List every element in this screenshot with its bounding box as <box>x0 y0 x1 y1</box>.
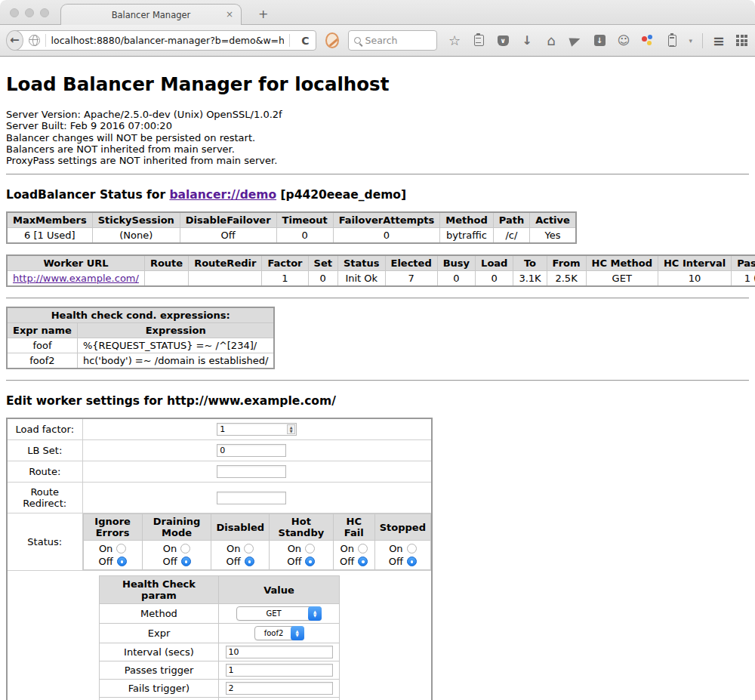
minimize-window-button[interactable] <box>25 8 34 17</box>
status-header-row: Ignore Errors Draining Mode Disabled Hot… <box>83 514 431 541</box>
lb-set-label: LB Set: <box>7 440 82 461</box>
worker-status-table: Worker URL Route RouteRedir Factor Set S… <box>6 254 755 287</box>
expr-select[interactable]: foof2▲▼ <box>254 626 304 640</box>
proxypass-note-line: ProxyPass settings are NOT inherited fro… <box>6 155 749 166</box>
url-bar[interactable]: localhost:8880/balancer-manager?b=demo&w… <box>13 30 316 51</box>
url-text[interactable]: localhost:8880/balancer-manager?b=demo&w… <box>51 35 285 46</box>
search-icon <box>354 37 361 44</box>
divider <box>289 34 290 47</box>
edit-worker-form: Load factor: ▲▼ LB Set: Route: <box>6 418 433 700</box>
overflow-caret-icon[interactable]: ▾ <box>689 37 693 45</box>
stopped-off-radio[interactable] <box>407 557 417 566</box>
downloads-icon[interactable]: ↓ <box>520 33 535 48</box>
status-col-draining-mode: On Off <box>142 541 211 570</box>
stopped-on-radio[interactable] <box>407 544 417 554</box>
bookmark-star-icon[interactable]: ☆ <box>448 33 462 48</box>
interval-input[interactable] <box>226 646 333 658</box>
server-built-line: Server Built: Feb 9 2016 07:00:20 <box>6 120 749 131</box>
hot-standby-on-radio[interactable] <box>305 544 315 554</box>
colors-extension-icon[interactable] <box>641 33 655 48</box>
close-window-button[interactable] <box>10 8 19 17</box>
traffic-lights <box>10 8 49 17</box>
reading-list-icon[interactable] <box>472 33 486 48</box>
table-header-row: Expr name Expression <box>7 323 274 338</box>
lb-set-input[interactable] <box>217 444 286 457</box>
globe-icon <box>29 35 40 46</box>
table-row: http://www.example.com/ 1 0 Init Ok 7 0 … <box>7 271 755 287</box>
divider <box>6 174 749 175</box>
pocket-icon[interactable]: ∨ <box>496 33 510 48</box>
interval-row: Interval (secs) <box>100 643 340 661</box>
ignore-errors-on-radio[interactable] <box>116 544 126 554</box>
navigation-toolbar: ← localhost:8880/balancer-manager?b=demo… <box>0 25 755 57</box>
status-row: Status: Ignore Errors Draining Mode Disa… <box>7 513 432 571</box>
server-version-line: Server Version: Apache/2.5.0-dev (Unix) … <box>6 109 749 120</box>
status-col-ignore-errors: On Off <box>83 541 142 570</box>
hot-standby-off-radio[interactable] <box>305 557 315 566</box>
paper-plane-icon <box>569 35 582 47</box>
clipboard-icon <box>474 35 484 46</box>
route-redirect-input[interactable] <box>217 492 286 504</box>
worker-url-link[interactable]: http://www.example.com/ <box>13 273 139 284</box>
search-input[interactable]: Search <box>348 30 437 51</box>
method-select[interactable]: GET▲▼ <box>236 606 322 621</box>
send-tab-icon[interactable] <box>569 33 583 48</box>
menu-icon[interactable]: ≡ <box>713 32 725 49</box>
ignore-errors-off-radio[interactable] <box>117 557 127 566</box>
passes-label: Passes trigger <box>100 661 219 680</box>
select-chevrons-icon: ▲▼ <box>308 606 322 621</box>
status-options-table: Ignore Errors Draining Mode Disabled Hot… <box>83 513 432 570</box>
divider <box>6 298 749 299</box>
table-header-row: MaxMembers StickySession DisableFailover… <box>7 212 576 228</box>
home-icon[interactable]: ⌂ <box>544 33 559 48</box>
route-row: Route: <box>7 461 432 483</box>
load-factor-row: Load factor: ▲▼ <box>7 418 432 440</box>
new-tab-button[interactable]: + <box>254 7 273 21</box>
tab-balancer-manager[interactable]: Balancer Manager × <box>60 4 242 25</box>
search-placeholder: Search <box>365 35 398 46</box>
battery-extension-icon[interactable] <box>665 33 680 48</box>
toolbar-icons: ☆ ∨ ↓ ⌂ ↓ ☺ ▾ ≡ <box>448 32 749 49</box>
tab-title: Balancer Manager <box>112 10 191 20</box>
route-label: Route: <box>7 461 82 483</box>
table-title-row: Health check cond. expressions: <box>7 307 274 323</box>
tiles-extension-icon[interactable] <box>735 33 749 48</box>
zoom-window-button[interactable] <box>40 8 49 17</box>
reload-icon[interactable]: C <box>295 35 315 47</box>
fails-label: Fails trigger) <box>100 680 219 698</box>
tab-close-icon[interactable]: × <box>226 9 233 20</box>
disabled-on-radio[interactable] <box>244 544 254 554</box>
passes-input[interactable] <box>226 664 333 677</box>
adblock-icon[interactable] <box>325 32 339 48</box>
draining-mode-off-radio[interactable] <box>181 557 191 566</box>
route-redirect-row: Route Redirect: <box>7 483 432 513</box>
forum-smiley-icon[interactable]: ☺ <box>617 33 631 48</box>
back-button[interactable]: ← <box>6 30 23 51</box>
persist-note-line: Balancer changes will NOT be persisted o… <box>6 132 749 143</box>
titlebar: Balancer Manager × + <box>0 0 755 25</box>
status-label: Status: <box>7 513 82 571</box>
interval-label: Interval (secs) <box>100 643 219 661</box>
table-row: foof2 hc('body') =~ /domain is establish… <box>7 353 274 369</box>
edit-worker-heading: Edit worker settings for http://www.exam… <box>6 394 749 408</box>
load-factor-stepper: ▲▼ <box>217 423 297 436</box>
save-to-device-icon[interactable]: ↓ <box>593 33 607 48</box>
divider <box>45 34 46 47</box>
back-arrow-icon: ← <box>10 33 20 47</box>
hc-fail-on-radio[interactable] <box>358 544 368 554</box>
route-input[interactable] <box>217 465 286 478</box>
draining-mode-on-radio[interactable] <box>180 544 190 554</box>
balancer-status-heading: LoadBalancer Status for balancer://demo … <box>6 188 749 202</box>
load-factor-input[interactable] <box>217 423 297 436</box>
divider <box>702 33 703 48</box>
stepper-arrows-icon[interactable]: ▲▼ <box>287 424 295 434</box>
table-row: foof %{REQUEST_STATUS} =~ /^[234]/ <box>7 338 274 353</box>
hc-fail-off-radio[interactable] <box>358 557 368 566</box>
status-col-disabled: On Off <box>211 541 270 570</box>
fails-input[interactable] <box>226 682 333 695</box>
status-radio-row: On Off On Off On Off <box>83 541 431 570</box>
divider <box>6 380 749 381</box>
disabled-off-radio[interactable] <box>245 557 254 566</box>
balancer-demo-link[interactable]: balancer://demo <box>169 188 276 202</box>
page-title: Load Balancer Manager for localhost <box>6 73 749 95</box>
